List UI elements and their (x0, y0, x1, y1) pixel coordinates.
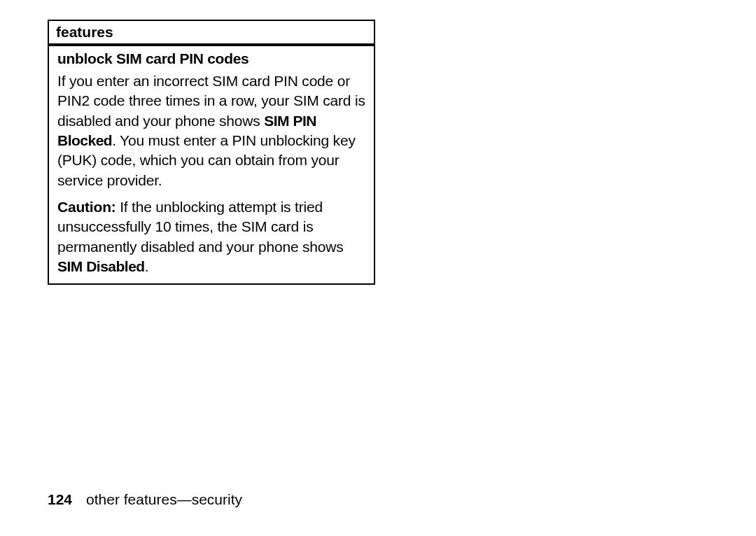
sim-disabled-label: SIM Disabled (57, 258, 145, 274)
section-title: unblock SIM card PIN codes (57, 50, 365, 67)
box-body: unblock SIM card PIN codes If you enter … (49, 46, 374, 283)
page-number: 124 (48, 491, 72, 507)
paragraph-1: If you enter an incorrect SIM card PIN c… (57, 71, 365, 190)
caution-label: Caution: (57, 199, 116, 215)
footer-section: other features—security (86, 491, 242, 507)
features-box: features unblock SIM card PIN codes If y… (48, 20, 375, 285)
para1-text-a: If you enter an incorrect SIM card PIN c… (57, 73, 365, 129)
box-header: features (49, 21, 374, 46)
paragraph-2: Caution: If the unblocking attempt is tr… (57, 197, 365, 276)
para2-text-b: . (145, 258, 149, 274)
manual-page: features unblock SIM card PIN codes If y… (0, 0, 756, 285)
page-footer: 124other features—security (48, 491, 242, 508)
